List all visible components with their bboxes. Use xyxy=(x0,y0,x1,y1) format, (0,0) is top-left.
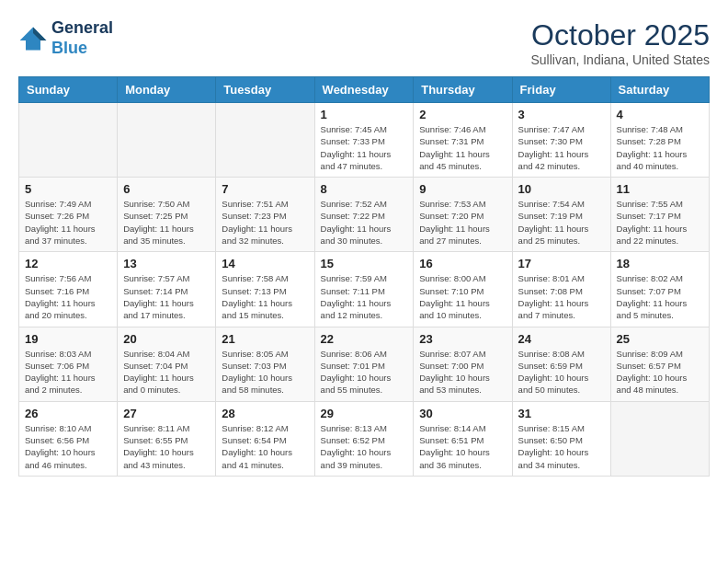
day-number: 19 xyxy=(25,332,111,346)
calendar-cell: 18Sunrise: 8:02 AM Sunset: 7:07 PM Dayli… xyxy=(610,252,709,327)
day-number: 7 xyxy=(222,182,308,196)
day-number: 31 xyxy=(518,407,605,420)
calendar-cell: 11Sunrise: 7:55 AM Sunset: 7:17 PM Dayli… xyxy=(610,178,709,252)
calendar-cell: 26Sunrise: 8:10 AM Sunset: 6:56 PM Dayli… xyxy=(19,401,118,476)
calendar-cell: 27Sunrise: 8:11 AM Sunset: 6:55 PM Dayli… xyxy=(118,401,216,476)
week-row-5: 26Sunrise: 8:10 AM Sunset: 6:56 PM Dayli… xyxy=(19,401,710,476)
day-info: Sunrise: 7:50 AM Sunset: 7:25 PM Dayligh… xyxy=(123,198,210,247)
day-info: Sunrise: 8:06 AM Sunset: 7:01 PM Dayligh… xyxy=(321,348,408,396)
calendar-table: SundayMondayTuesdayWednesdayThursdayFrid… xyxy=(18,76,710,477)
calendar-cell: 15Sunrise: 7:59 AM Sunset: 7:11 PM Dayli… xyxy=(314,252,414,327)
day-info: Sunrise: 7:54 AM Sunset: 7:19 PM Dayligh… xyxy=(518,198,605,247)
day-info: Sunrise: 8:03 AM Sunset: 7:06 PM Dayligh… xyxy=(25,348,111,396)
day-number: 9 xyxy=(419,182,506,196)
day-number: 17 xyxy=(518,257,605,270)
day-info: Sunrise: 7:56 AM Sunset: 7:16 PM Dayligh… xyxy=(25,272,111,321)
calendar-cell xyxy=(118,103,216,178)
day-info: Sunrise: 8:05 AM Sunset: 7:03 PM Dayligh… xyxy=(222,348,308,396)
day-info: Sunrise: 8:00 AM Sunset: 7:10 PM Dayligh… xyxy=(419,272,506,321)
day-number: 6 xyxy=(123,182,210,196)
calendar-cell: 20Sunrise: 8:04 AM Sunset: 7:04 PM Dayli… xyxy=(118,327,216,401)
week-row-4: 19Sunrise: 8:03 AM Sunset: 7:06 PM Dayli… xyxy=(19,327,710,401)
logo-text: General Blue xyxy=(51,18,113,58)
location-subtitle: Sullivan, Indiana, United States xyxy=(530,52,710,67)
day-info: Sunrise: 8:13 AM Sunset: 6:52 PM Dayligh… xyxy=(321,422,408,471)
calendar-cell: 12Sunrise: 7:56 AM Sunset: 7:16 PM Dayli… xyxy=(19,252,118,327)
col-header-sunday: Sunday xyxy=(19,77,118,103)
calendar-cell: 28Sunrise: 8:12 AM Sunset: 6:54 PM Dayli… xyxy=(216,401,314,476)
day-info: Sunrise: 7:46 AM Sunset: 7:31 PM Dayligh… xyxy=(419,123,506,172)
calendar-cell: 23Sunrise: 8:07 AM Sunset: 7:00 PM Dayli… xyxy=(414,327,512,401)
day-number: 26 xyxy=(25,407,111,420)
calendar-cell: 8Sunrise: 7:52 AM Sunset: 7:22 PM Daylig… xyxy=(314,178,414,252)
day-number: 23 xyxy=(419,332,506,346)
day-number: 2 xyxy=(419,108,506,121)
day-number: 11 xyxy=(617,182,703,196)
day-info: Sunrise: 7:51 AM Sunset: 7:23 PM Dayligh… xyxy=(222,198,308,247)
col-header-friday: Friday xyxy=(512,77,610,103)
calendar-cell: 14Sunrise: 7:58 AM Sunset: 7:13 PM Dayli… xyxy=(216,252,314,327)
day-number: 20 xyxy=(123,332,210,346)
day-number: 3 xyxy=(518,108,605,121)
calendar-cell: 5Sunrise: 7:49 AM Sunset: 7:26 PM Daylig… xyxy=(19,178,118,252)
day-info: Sunrise: 7:49 AM Sunset: 7:26 PM Dayligh… xyxy=(25,198,111,247)
calendar-cell xyxy=(610,401,709,476)
day-number: 4 xyxy=(617,108,703,121)
day-number: 25 xyxy=(617,332,703,346)
calendar-cell: 10Sunrise: 7:54 AM Sunset: 7:19 PM Dayli… xyxy=(512,178,610,252)
day-number: 5 xyxy=(25,182,111,196)
calendar-cell xyxy=(19,103,118,178)
col-header-thursday: Thursday xyxy=(414,77,512,103)
calendar-cell: 4Sunrise: 7:48 AM Sunset: 7:28 PM Daylig… xyxy=(610,103,709,178)
calendar-cell: 22Sunrise: 8:06 AM Sunset: 7:01 PM Dayli… xyxy=(314,327,414,401)
day-info: Sunrise: 7:45 AM Sunset: 7:33 PM Dayligh… xyxy=(321,123,408,172)
calendar-cell: 17Sunrise: 8:01 AM Sunset: 7:08 PM Dayli… xyxy=(512,252,610,327)
day-number: 21 xyxy=(222,332,308,346)
calendar-cell: 31Sunrise: 8:15 AM Sunset: 6:50 PM Dayli… xyxy=(512,401,610,476)
calendar-cell: 2Sunrise: 7:46 AM Sunset: 7:31 PM Daylig… xyxy=(414,103,512,178)
calendar-cell: 29Sunrise: 8:13 AM Sunset: 6:52 PM Dayli… xyxy=(314,401,414,476)
calendar-cell: 16Sunrise: 8:00 AM Sunset: 7:10 PM Dayli… xyxy=(414,252,512,327)
page-header: General Blue October 2025 Sullivan, Indi… xyxy=(18,18,710,67)
day-number: 28 xyxy=(222,407,308,420)
day-info: Sunrise: 8:01 AM Sunset: 7:08 PM Dayligh… xyxy=(518,272,605,321)
col-header-monday: Monday xyxy=(118,77,216,103)
day-info: Sunrise: 8:14 AM Sunset: 6:51 PM Dayligh… xyxy=(419,422,506,471)
week-row-2: 5Sunrise: 7:49 AM Sunset: 7:26 PM Daylig… xyxy=(19,178,710,252)
day-info: Sunrise: 8:07 AM Sunset: 7:00 PM Dayligh… xyxy=(419,348,506,396)
day-number: 15 xyxy=(321,257,408,270)
day-number: 13 xyxy=(123,257,210,270)
calendar-cell: 3Sunrise: 7:47 AM Sunset: 7:30 PM Daylig… xyxy=(512,103,610,178)
day-info: Sunrise: 7:55 AM Sunset: 7:17 PM Dayligh… xyxy=(617,198,703,247)
day-info: Sunrise: 7:48 AM Sunset: 7:28 PM Dayligh… xyxy=(617,123,703,172)
week-row-3: 12Sunrise: 7:56 AM Sunset: 7:16 PM Dayli… xyxy=(19,252,710,327)
week-row-1: 1Sunrise: 7:45 AM Sunset: 7:33 PM Daylig… xyxy=(19,103,710,178)
logo-icon xyxy=(18,26,48,52)
logo-line2: Blue xyxy=(51,39,113,59)
col-header-saturday: Saturday xyxy=(610,77,709,103)
day-number: 8 xyxy=(321,182,408,196)
day-info: Sunrise: 8:10 AM Sunset: 6:56 PM Dayligh… xyxy=(25,422,111,471)
day-number: 29 xyxy=(321,407,408,420)
day-info: Sunrise: 8:09 AM Sunset: 6:57 PM Dayligh… xyxy=(617,348,703,396)
calendar-cell: 6Sunrise: 7:50 AM Sunset: 7:25 PM Daylig… xyxy=(118,178,216,252)
day-info: Sunrise: 8:08 AM Sunset: 6:59 PM Dayligh… xyxy=(518,348,605,396)
day-number: 18 xyxy=(617,257,703,270)
day-number: 30 xyxy=(419,407,506,420)
day-info: Sunrise: 7:53 AM Sunset: 7:20 PM Dayligh… xyxy=(419,198,506,247)
day-info: Sunrise: 8:11 AM Sunset: 6:55 PM Dayligh… xyxy=(123,422,210,471)
day-number: 10 xyxy=(518,182,605,196)
calendar-header-row: SundayMondayTuesdayWednesdayThursdayFrid… xyxy=(19,77,710,103)
day-number: 1 xyxy=(321,108,408,121)
logo-line1: General xyxy=(51,18,113,39)
day-number: 22 xyxy=(321,332,408,346)
calendar-cell xyxy=(216,103,314,178)
month-title: October 2025 xyxy=(530,18,710,52)
day-info: Sunrise: 7:57 AM Sunset: 7:14 PM Dayligh… xyxy=(123,272,210,321)
title-block: October 2025 Sullivan, Indiana, United S… xyxy=(530,18,710,67)
day-number: 14 xyxy=(222,257,308,270)
calendar-cell: 24Sunrise: 8:08 AM Sunset: 6:59 PM Dayli… xyxy=(512,327,610,401)
calendar-cell: 13Sunrise: 7:57 AM Sunset: 7:14 PM Dayli… xyxy=(118,252,216,327)
calendar-cell: 1Sunrise: 7:45 AM Sunset: 7:33 PM Daylig… xyxy=(314,103,414,178)
day-info: Sunrise: 8:15 AM Sunset: 6:50 PM Dayligh… xyxy=(518,422,605,471)
